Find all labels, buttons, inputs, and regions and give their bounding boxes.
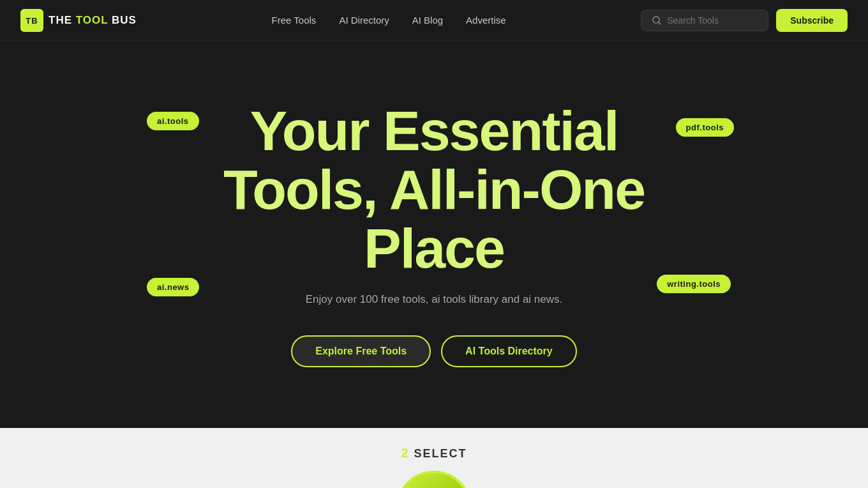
hero-title-line1: Your Essential — [250, 99, 618, 162]
svg-line-3 — [659, 22, 661, 24]
nav-link-ai-blog[interactable]: AI Blog — [412, 15, 443, 26]
hero-content: Your Essential Tools, All-in-One Place E… — [208, 102, 660, 368]
subscribe-button[interactable]: Subscribe — [776, 9, 848, 32]
nav-item-ai-blog[interactable]: AI Blog — [412, 15, 443, 26]
nav-item-advertise[interactable]: Advertise — [466, 15, 506, 26]
badge-writing-tools: writing.tools — [657, 275, 731, 293]
hero-title-line3: Place — [364, 217, 504, 280]
hero-title-line2: Tools, All-in-One — [223, 158, 645, 221]
ai-tools-directory-button[interactable]: AI Tools Directory — [441, 335, 577, 367]
badge-pdf-tools: pdf.tools — [676, 118, 734, 137]
logo-text: THE TOOL BUS — [49, 14, 137, 27]
bottom-section: 2 SELECT — [0, 428, 868, 488]
step-text: SELECT — [414, 447, 467, 460]
hero-title: Your Essential Tools, All-in-One Place — [223, 102, 645, 278]
nav-item-ai-directory[interactable]: AI Directory — [339, 15, 389, 26]
search-input[interactable] — [667, 15, 758, 26]
nav-item-free-tools[interactable]: Free Tools — [272, 15, 317, 26]
hero-section: ai.tools pdf.tools ai.news writing.tools… — [0, 0, 868, 428]
nav-right: Subscribe — [641, 9, 848, 32]
navigation: TB THE TOOL BUS Free Tools AI Directory … — [0, 0, 868, 41]
search-box[interactable] — [641, 10, 768, 31]
nav-link-free-tools[interactable]: Free Tools — [272, 15, 317, 26]
hero-subtitle: Enjoy over 100 free tools, ai tools libr… — [223, 291, 645, 308]
step-number: 2 — [401, 446, 409, 460]
search-icon — [652, 15, 662, 26]
avatar — [396, 471, 472, 488]
badge-ai-news: ai.news — [147, 278, 199, 296]
svg-text:TB: TB — [26, 16, 38, 26]
nav-link-advertise[interactable]: Advertise — [466, 15, 506, 26]
avatar-icon — [408, 484, 460, 488]
logo-icon: TB — [20, 9, 43, 32]
nav-link-ai-directory[interactable]: AI Directory — [339, 15, 389, 26]
badge-ai-tools: ai.tools — [147, 112, 199, 130]
step-label: 2 SELECT — [401, 446, 467, 461]
explore-free-tools-button[interactable]: Explore Free Tools — [291, 335, 431, 367]
hero-buttons: Explore Free Tools AI Tools Directory — [223, 335, 645, 367]
logo[interactable]: TB THE TOOL BUS — [20, 9, 137, 32]
nav-links: Free Tools AI Directory AI Blog Advertis… — [272, 15, 506, 26]
